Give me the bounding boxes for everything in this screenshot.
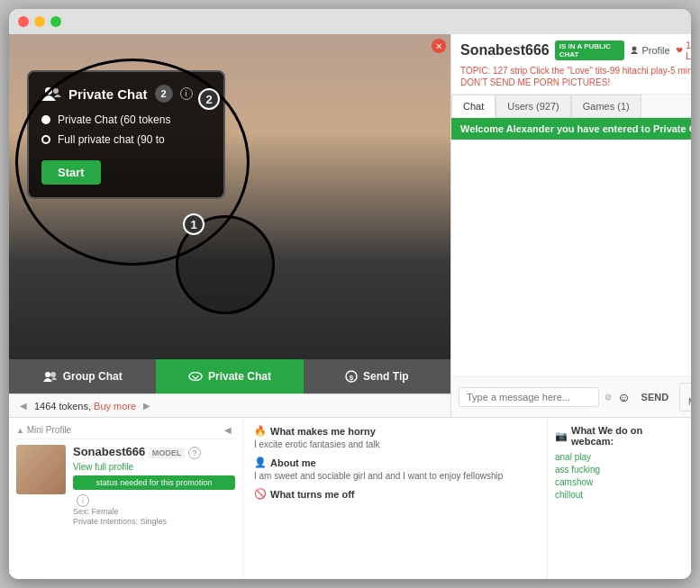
- avatar: [16, 445, 66, 494]
- option-private-chat[interactable]: Private Chat (60 tokens: [41, 113, 211, 126]
- webcam-link-0[interactable]: anal play: [555, 452, 684, 462]
- chat-header: Sonabest666 IS IN A PUBLIC CHAT Profile: [451, 34, 691, 95]
- send-tip-icon: $: [345, 370, 358, 383]
- profile-name: Sonabest666 MODEL ?: [73, 445, 235, 459]
- video-bottom-bar: Group Chat Private Chat $ Send Tip: [9, 359, 450, 394]
- svg-point-2: [45, 372, 50, 377]
- welcome-banner: Welcome Alexander you have entered to Pr…: [451, 118, 691, 140]
- video-container: ✕ 2 Private Chat 2: [9, 34, 450, 359]
- send-tip-label: Send Tip: [363, 370, 408, 383]
- arrow-right[interactable]: ▶: [140, 401, 154, 411]
- private-chat-icon: [188, 371, 203, 382]
- svg-point-0: [45, 87, 52, 95]
- overlay-title: Private Chat 2 i: [41, 85, 211, 103]
- minimize-dot[interactable]: [34, 16, 45, 27]
- horny-title: 🔥 What makes me horny: [254, 425, 536, 437]
- info-icon[interactable]: i: [180, 87, 193, 100]
- chat-tabs: Chat Users (927) Games (1): [451, 95, 691, 118]
- overlay-title-text: Private Chat: [68, 86, 148, 102]
- turns-off-title: 🚫 What turns me off: [254, 488, 536, 500]
- view-profile-link[interactable]: View full profile: [73, 462, 235, 472]
- about-text: I am sweet and sociable girl and and I w…: [254, 471, 536, 481]
- token-bar: ◀ 1464 tokens, Buy more ▶: [9, 394, 450, 417]
- start-button[interactable]: Start: [41, 160, 101, 185]
- webcam-link-2[interactable]: camshow: [555, 477, 684, 487]
- mini-profile-label: ▲ Mini Profile: [16, 425, 71, 435]
- mini-profile-panel: ▲ Mini Profile ◀ Sonabest666 MODEL ? Vie…: [9, 418, 243, 579]
- close-dot[interactable]: [18, 16, 29, 27]
- group-chat-label: Group Chat: [63, 370, 123, 383]
- close-button[interactable]: ✕: [432, 39, 446, 53]
- lovers-count: 100743 Lovers: [676, 40, 691, 61]
- chat-messages[interactable]: [451, 140, 691, 376]
- radio-private-chat[interactable]: [41, 115, 50, 124]
- svg-text:$: $: [350, 374, 354, 382]
- circle-highlight-1: 1: [176, 215, 275, 314]
- svg-point-1: [53, 88, 59, 94]
- users-icon: [41, 86, 61, 102]
- about-title: 👤 About me: [254, 457, 536, 468]
- video-area: ✕ 2 Private Chat 2: [9, 34, 450, 417]
- webcam-title: 📷 What We do on webcam:: [555, 425, 684, 447]
- send-button[interactable]: SEND: [636, 388, 675, 406]
- tab-users[interactable]: Users (927): [495, 95, 570, 117]
- arrow-left[interactable]: ◀: [16, 401, 31, 411]
- mini-profile-arrow[interactable]: ◀: [221, 425, 235, 435]
- streamer-username: Sonabest666: [460, 42, 550, 59]
- emoji-icon[interactable]: ☺: [617, 390, 630, 404]
- webcam-link-1[interactable]: ass fucking: [555, 465, 684, 475]
- main-content: ✕ 2 Private Chat 2: [9, 34, 691, 417]
- browser-window: ✕ 2 Private Chat 2: [9, 9, 691, 579]
- private-message-button[interactable]: PRIVATE MESSAGE: [679, 383, 691, 412]
- option-full-private[interactable]: Full private chat (90 to: [41, 133, 211, 146]
- section-turns-off: 🚫 What turns me off: [254, 488, 536, 500]
- radio-full-private[interactable]: [41, 135, 50, 144]
- heart-icon: [676, 46, 683, 55]
- chat-panel: Sonabest666 IS IN A PUBLIC CHAT Profile: [450, 34, 691, 417]
- token-text: 1464 tokens, Buy more: [34, 401, 136, 412]
- horny-text: I excite erotic fantasies and talk: [254, 439, 536, 449]
- svg-point-7: [632, 47, 637, 51]
- tab-games[interactable]: Games (1): [571, 95, 641, 117]
- center-profile: 🔥 What makes me horny I excite erotic fa…: [243, 418, 547, 579]
- private-chat-label: Private Chat: [208, 370, 271, 383]
- mini-profile-header: ▲ Mini Profile ◀: [16, 425, 235, 439]
- section-about: 👤 About me I am sweet and sociable girl …: [254, 457, 536, 481]
- group-chat-icon: [43, 371, 58, 382]
- private-chat-popup: 2 Private Chat 2 i: [27, 70, 225, 199]
- circle-number-1: 1: [183, 213, 205, 235]
- buy-more-link[interactable]: Buy more: [94, 401, 136, 412]
- profile-icon: [630, 46, 639, 55]
- username-row: Sonabest666 IS IN A PUBLIC CHAT Profile: [460, 40, 691, 61]
- private-chat-button[interactable]: Private Chat: [156, 359, 303, 394]
- webcam-link-3[interactable]: chillout: [555, 490, 684, 500]
- maximize-dot[interactable]: [50, 16, 61, 27]
- chat-input[interactable]: [459, 387, 599, 407]
- overlay-badge: 2: [155, 85, 173, 103]
- attachment-icon: @: [605, 391, 612, 403]
- profile-location: Private Intentions: Singles: [73, 517, 235, 526]
- group-chat-button[interactable]: Group Chat: [9, 359, 156, 394]
- model-badge: MODEL: [149, 448, 186, 458]
- chat-input-area: @ ☺ SEND PRIVATE MESSAGE: [451, 376, 691, 417]
- public-badge: IS IN A PUBLIC CHAT: [555, 41, 625, 60]
- svg-text:@: @: [606, 395, 611, 400]
- tab-chat[interactable]: Chat: [451, 95, 495, 118]
- model-info-icon[interactable]: ?: [188, 447, 201, 459]
- profile-sex: Sex: Female: [73, 507, 235, 516]
- status-button[interactable]: status needed for this promotion: [73, 475, 235, 490]
- send-tip-button[interactable]: $ Send Tip: [304, 359, 450, 394]
- profile-link[interactable]: Profile: [630, 45, 669, 56]
- profile-section: ▲ Mini Profile ◀ Sonabest666 MODEL ? Vie…: [9, 417, 691, 579]
- title-bar: [9, 9, 691, 34]
- svg-point-3: [50, 372, 56, 377]
- topic-text: TOPIC: 127 strip Click the "Love" tits-9…: [460, 65, 691, 88]
- profile-info: Sonabest666 MODEL ? View full profile st…: [73, 445, 235, 527]
- mini-profile-content: Sonabest666 MODEL ? View full profile st…: [16, 445, 235, 527]
- status-info-icon[interactable]: i: [77, 494, 89, 507]
- right-profile: 📷 What We do on webcam: anal play ass fu…: [547, 418, 691, 579]
- section-horny: 🔥 What makes me horny I excite erotic fa…: [254, 425, 536, 449]
